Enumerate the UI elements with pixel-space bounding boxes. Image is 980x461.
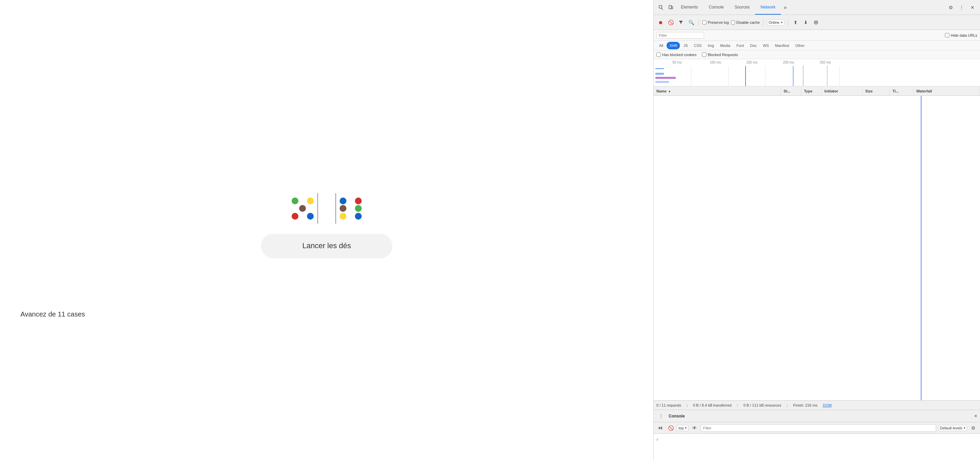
th-size[interactable]: Size bbox=[862, 86, 890, 95]
tab-console[interactable]: Console bbox=[703, 0, 729, 14]
th-waterfall[interactable]: Waterfall bbox=[914, 86, 980, 95]
svg-point-7 bbox=[340, 205, 347, 212]
svg-rect-26 bbox=[655, 77, 676, 79]
context-arrow: ▾ bbox=[685, 426, 687, 430]
online-selector[interactable]: Online ▾ bbox=[767, 19, 784, 25]
preserve-log-label[interactable]: Preserve log bbox=[702, 21, 729, 24]
filter-toggle-btn[interactable] bbox=[677, 18, 685, 27]
blocked-requests-label[interactable]: Blocked Requests bbox=[702, 52, 738, 57]
disable-cache-label[interactable]: Disable cache bbox=[731, 21, 760, 24]
console-levels-selector[interactable]: Default levels ▾ bbox=[938, 425, 967, 431]
filter-doc[interactable]: Doc bbox=[747, 42, 759, 49]
timeline-labels: 50 ms 100 ms 150 ms 200 ms 250 ms bbox=[654, 59, 980, 66]
th-name[interactable]: Name ▲ bbox=[654, 86, 781, 95]
download-btn[interactable]: ⬇ bbox=[802, 18, 810, 27]
blocked-cookies-label[interactable]: Has blocked cookies bbox=[656, 52, 697, 57]
tl-250ms: 250 ms bbox=[820, 60, 831, 64]
preserve-log-text: Preserve log bbox=[708, 21, 729, 24]
network-status-bar: 0 / 11 requests | 0 B / 8.4 kB transferr… bbox=[654, 400, 980, 410]
dom-content-link[interactable]: DOM bbox=[823, 403, 832, 407]
console-header: ⋮ Console × bbox=[654, 410, 980, 422]
filter-all[interactable]: All bbox=[656, 42, 666, 49]
status-transferred: 0 B / 8.4 kB transferred bbox=[693, 403, 732, 407]
filter-right: Hide data URLs bbox=[945, 33, 977, 37]
settings-btn[interactable]: ⚙ bbox=[946, 3, 956, 12]
console-title: Console bbox=[669, 414, 685, 418]
svg-point-1 bbox=[307, 198, 314, 204]
disable-cache-checkbox[interactable] bbox=[731, 21, 735, 24]
filter-bar: Hide data URLs bbox=[654, 30, 980, 41]
svg-rect-13 bbox=[671, 6, 673, 9]
devtools-panel: Elements Console Sources Network » ⚙ ⋮ ✕… bbox=[653, 0, 980, 461]
network-table-header: Name ▲ St... Type Initiator Size Ti... W… bbox=[654, 86, 980, 96]
tl-100ms: 100 ms bbox=[710, 60, 721, 64]
console-eye-btn[interactable]: 👁 bbox=[690, 424, 698, 432]
online-label: Online bbox=[769, 21, 780, 24]
disable-cache-text: Disable cache bbox=[737, 21, 760, 24]
close-devtools-btn[interactable]: ✕ bbox=[968, 3, 977, 12]
filter-font[interactable]: Font bbox=[733, 42, 746, 49]
hide-data-urls-checkbox[interactable] bbox=[945, 33, 950, 37]
dice-pair bbox=[288, 193, 365, 224]
filter-img[interactable]: Img bbox=[705, 42, 717, 49]
search-btn[interactable]: 🔍 bbox=[687, 18, 695, 27]
customize-btn[interactable]: ⋮ bbox=[957, 3, 966, 12]
svg-rect-12 bbox=[669, 5, 671, 9]
filter-other[interactable]: Other bbox=[792, 42, 808, 49]
cookie-filter-bar: Has blocked cookies Blocked Requests bbox=[654, 50, 980, 59]
timeline-chart bbox=[654, 66, 980, 86]
upload-btn[interactable]: ⬆ bbox=[791, 18, 800, 27]
filter-media[interactable]: Media bbox=[717, 42, 733, 49]
tab-network[interactable]: Network bbox=[755, 0, 781, 14]
preserve-log-checkbox[interactable] bbox=[702, 21, 706, 24]
tab-more[interactable]: » bbox=[781, 0, 789, 14]
console-panel: ⋮ Console × 🚫 top ▾ 👁 Default levels bbox=[654, 410, 980, 461]
tab-sources[interactable]: Sources bbox=[729, 0, 755, 14]
devtools-tabs: Elements Console Sources Network » bbox=[675, 0, 946, 14]
filter-manifest[interactable]: Manifest bbox=[772, 42, 792, 49]
devtools-topbar: Elements Console Sources Network » ⚙ ⋮ ✕ bbox=[654, 0, 980, 15]
console-filter-input[interactable] bbox=[701, 424, 936, 432]
svg-rect-25 bbox=[655, 73, 664, 75]
svg-rect-27 bbox=[655, 81, 669, 83]
filter-xhr[interactable]: XHR bbox=[667, 42, 680, 49]
filter-ws[interactable]: WS bbox=[760, 42, 772, 49]
console-close-btn[interactable]: × bbox=[974, 413, 977, 419]
th-initiator[interactable]: Initiator bbox=[822, 86, 862, 95]
console-no-issues-btn[interactable]: 🚫 bbox=[667, 424, 675, 432]
record-btn[interactable]: ⏺ bbox=[656, 18, 665, 27]
svg-point-5 bbox=[340, 198, 347, 204]
status-finish: Finish: 216 ms bbox=[793, 403, 818, 407]
device-toolbar-btn[interactable] bbox=[666, 3, 675, 12]
filter-css[interactable]: CSS bbox=[691, 42, 705, 49]
filter-js[interactable]: JS bbox=[681, 42, 690, 49]
console-dots-btn[interactable]: ⋮ bbox=[656, 411, 666, 421]
th-time[interactable]: Ti... bbox=[890, 86, 914, 95]
filter-input[interactable] bbox=[656, 32, 704, 39]
svg-point-10 bbox=[355, 213, 362, 220]
type-filter-bar: All XHR JS CSS Img Media Font Doc WS Man… bbox=[654, 41, 980, 50]
svg-point-4 bbox=[307, 213, 314, 220]
button-container: Lancer les dés bbox=[261, 234, 392, 258]
launch-button[interactable]: Lancer les dés bbox=[261, 234, 392, 258]
th-status[interactable]: St... bbox=[781, 86, 801, 95]
die-1 bbox=[288, 193, 318, 224]
levels-arrow: ▾ bbox=[964, 426, 966, 430]
tab-elements[interactable]: Elements bbox=[675, 0, 703, 14]
console-context-selector[interactable]: top ▾ bbox=[677, 425, 688, 431]
blocked-cookies-checkbox[interactable] bbox=[656, 52, 661, 57]
hide-data-urls-label: Hide data URLs bbox=[951, 33, 977, 37]
blocked-requests-checkbox[interactable] bbox=[702, 52, 706, 57]
th-type[interactable]: Type bbox=[801, 86, 822, 95]
advance-text: Avancez de 11 cases bbox=[21, 311, 85, 318]
online-arrow: ▾ bbox=[781, 21, 783, 24]
network-toolbar: ⏺ 🚫 🔍 Preserve log Disable cache Online … bbox=[654, 15, 980, 30]
import-btn[interactable] bbox=[812, 18, 820, 27]
console-settings-btn[interactable]: ⚙ bbox=[969, 424, 977, 432]
console-prompt[interactable]: › bbox=[656, 437, 658, 442]
console-toolbar: 🚫 top ▾ 👁 Default levels ▾ ⚙ bbox=[654, 422, 980, 434]
svg-point-0 bbox=[292, 198, 298, 204]
console-execute-btn[interactable] bbox=[656, 424, 665, 432]
inspect-element-btn[interactable] bbox=[656, 3, 666, 12]
clear-btn[interactable]: 🚫 bbox=[667, 18, 675, 27]
